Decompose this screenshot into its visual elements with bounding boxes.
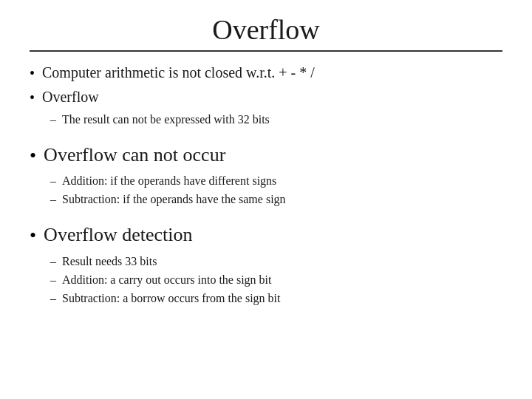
bullet-icon: • xyxy=(30,87,35,108)
sub-bullet-icon: – xyxy=(50,253,56,270)
list-item: • Overflow can not occur xyxy=(30,142,502,169)
sub-bullet-list: – Result needs 33 bits – Addition: a car… xyxy=(50,253,502,307)
section-1: • Computer arithmetic is not closed w.r.… xyxy=(30,62,502,134)
slide: Overflow • Computer arithmetic is not cl… xyxy=(0,0,532,399)
sub-bullet-text: Subtraction: if the operands have the sa… xyxy=(62,191,286,208)
sub-bullet-icon: – xyxy=(50,172,56,190)
sub-bullet-icon: – xyxy=(50,191,56,208)
list-item: – Subtraction: a borrow occurs from the … xyxy=(50,290,502,307)
sub-bullet-text: The result can not be expressed with 32 … xyxy=(62,111,270,129)
bullet-icon: • xyxy=(30,143,36,169)
list-item: – Addition: if the operands have differe… xyxy=(50,172,502,190)
bullet-text: Overflow xyxy=(42,86,99,107)
list-item: • Overflow detection xyxy=(30,222,502,249)
list-item: – Subtraction: if the operands have the … xyxy=(50,191,502,208)
sub-bullet-icon: – xyxy=(50,290,56,307)
sub-bullet-text: Addition: if the operands have different… xyxy=(62,172,276,190)
list-item: – Addition: a carry out occurs into the … xyxy=(50,271,502,289)
section-2: • Overflow can not occur – Addition: if … xyxy=(30,142,502,214)
bullet-text: Computer arithmetic is not closed w.r.t.… xyxy=(42,62,315,83)
slide-content: • Computer arithmetic is not closed w.r.… xyxy=(30,62,502,384)
sub-bullet-text: Addition: a carry out occurs into the si… xyxy=(62,271,272,289)
sub-bullet-icon: – xyxy=(50,111,56,129)
bullet-text-large: Overflow can not occur xyxy=(44,142,225,168)
bullet-text-large: Overflow detection xyxy=(44,222,192,248)
sub-bullet-text: Result needs 33 bits xyxy=(62,253,157,270)
sub-bullet-list: – The result can not be expressed with 3… xyxy=(50,111,502,129)
list-item: – The result can not be expressed with 3… xyxy=(50,111,502,129)
section-3: • Overflow detection – Result needs 33 b… xyxy=(30,222,502,313)
bullet-icon: • xyxy=(30,63,35,83)
list-item: • Computer arithmetic is not closed w.r.… xyxy=(30,62,502,83)
list-item: – Result needs 33 bits xyxy=(50,253,502,270)
list-item: • Overflow xyxy=(30,86,502,108)
bullet-icon: • xyxy=(30,222,36,249)
title-divider xyxy=(30,50,502,52)
sub-bullet-text: Subtraction: a borrow occurs from the si… xyxy=(62,290,281,307)
sub-bullet-icon: – xyxy=(50,271,56,289)
sub-bullet-list: – Addition: if the operands have differe… xyxy=(50,172,502,208)
slide-title: Overflow xyxy=(30,13,502,46)
